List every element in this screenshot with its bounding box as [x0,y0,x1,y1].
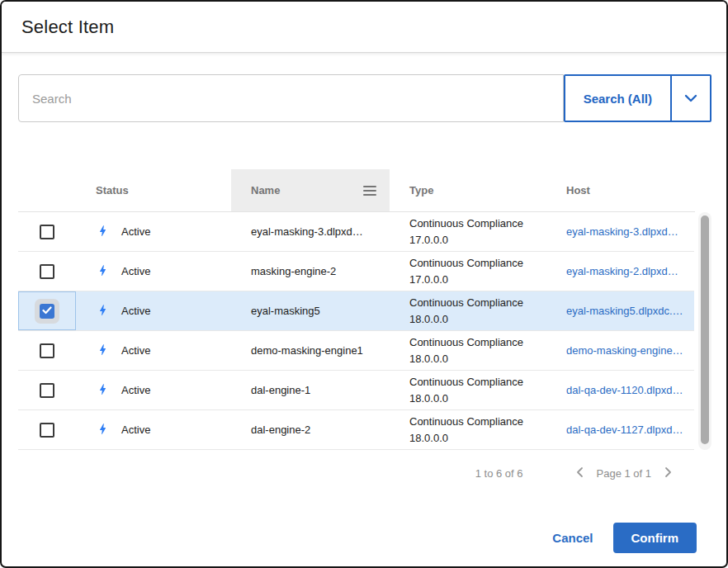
row-type-cell: Continuous Compliance 18.0.0.0 [390,334,546,367]
status-label: Active [121,344,150,357]
checkbox-unchecked[interactable] [40,343,54,358]
table-body-wrap: Active eyal-masking-3.dlpxd… Continuous … [18,212,711,450]
table-header-row: Status Name Type Host [18,169,695,212]
page-indicator-label: Page 1 of 1 [597,467,652,480]
host-link[interactable]: dal-qa-dev-1127.dlpxd… [566,424,683,436]
type-label: Continuous Compliance [409,295,546,311]
row-checkbox-cell [18,371,76,409]
row-name-cell: eyal-masking-3.dlpxd… [231,225,390,238]
version-label: 18.0.0.0 [409,351,546,367]
bolt-icon [96,263,110,280]
status-label: Active [121,305,150,317]
host-link[interactable]: eyal-masking-2.dlpxd… [566,265,678,277]
chevron-left-icon [576,466,584,480]
version-label: 17.0.0.0 [409,232,546,248]
type-label: Continuous Compliance [409,374,546,390]
version-label: 18.0.0.0 [409,311,546,328]
table-row[interactable]: Active eyal-masking-3.dlpxd… Continuous … [18,212,694,252]
column-header-type: Type [390,169,546,211]
host-link[interactable]: dal-qa-dev-1120.dlpxd… [566,384,683,396]
row-status-cell: Active [76,382,231,399]
dialog-header: Select Item [2,2,726,53]
column-header-host: Host [546,169,695,211]
row-checkbox-cell [18,331,76,370]
select-item-dialog: Select Item Search (All) Status Name [0,0,728,568]
bolt-icon [96,303,110,320]
row-checkbox-cell [18,212,76,251]
table-row[interactable]: Active masking-engine-2 Continuous Compl… [18,252,694,291]
dialog-body: Search (All) Status Name Type Host [2,53,726,566]
row-status-cell: Active [76,263,231,280]
checkbox-unchecked[interactable] [40,423,54,438]
bolt-icon [96,224,110,240]
previous-page-button[interactable] [573,463,587,484]
row-status-cell: Active [76,422,231,438]
row-host-cell: eyal-masking-3.dlpxd… [546,225,694,238]
dialog-footer: Cancel Confirm [18,523,711,566]
status-label: Active [121,225,150,238]
confirm-button[interactable]: Confirm [613,523,697,553]
type-label: Continuous Compliance [409,334,546,351]
column-header-name[interactable]: Name [231,169,390,211]
column-header-name-label: Name [251,184,280,196]
chevron-right-icon [664,466,672,480]
table-row[interactable]: Active eyal-masking5 Continuous Complian… [18,291,694,331]
search-input[interactable] [18,74,564,122]
row-host-cell: demo-masking-engine… [546,344,694,357]
column-menu-icon[interactable] [363,186,376,196]
checkbox-box [40,304,54,319]
chevron-down-icon [684,92,697,105]
table-row[interactable]: Active dal-engine-1 Continuous Complianc… [18,371,694,410]
host-link[interactable]: eyal-masking-3.dlpxd… [566,225,678,238]
row-status-cell: Active [76,224,231,240]
status-label: Active [121,265,150,277]
version-label: 17.0.0.0 [409,272,546,288]
column-header-checkbox [18,169,76,211]
row-host-cell: eyal-masking5.dlpxdc.… [546,305,694,317]
row-checkbox-cell [18,291,76,330]
row-range-label: 1 to 6 of 6 [475,467,523,480]
table-row[interactable]: Active dal-engine-2 Continuous Complianc… [18,410,694,450]
bolt-icon [96,343,110,359]
bolt-icon [96,382,110,399]
host-link[interactable]: demo-masking-engine… [566,344,683,357]
checkbox-unchecked[interactable] [40,225,54,239]
checkbox-unchecked[interactable] [40,264,54,279]
search-bar: Search (All) [18,74,711,122]
table-row[interactable]: Active demo-masking-engine1 Continuous C… [18,331,694,371]
row-host-cell: dal-qa-dev-1120.dlpxd… [546,384,694,396]
row-checkbox-cell [18,410,76,449]
checkmark-icon [42,305,52,317]
status-label: Active [121,424,150,436]
column-header-status: Status [76,169,231,211]
type-label: Continuous Compliance [409,255,546,272]
checkbox-unchecked[interactable] [40,383,54,398]
bolt-icon [96,422,110,438]
row-status-cell: Active [76,303,231,320]
vertical-scrollbar[interactable] [698,212,711,450]
search-all-button[interactable]: Search (All) [565,76,670,121]
scrollbar-thumb[interactable] [701,215,709,444]
row-type-cell: Continuous Compliance 18.0.0.0 [390,414,546,446]
row-type-cell: Continuous Compliance 17.0.0.0 [390,255,546,287]
row-type-cell: Continuous Compliance 18.0.0.0 [390,295,546,327]
row-host-cell: dal-qa-dev-1127.dlpxd… [546,424,694,436]
next-page-button[interactable] [661,463,675,484]
type-label: Continuous Compliance [409,215,546,232]
cancel-button[interactable]: Cancel [552,531,593,545]
host-link[interactable]: eyal-masking5.dlpxdc.… [566,305,683,317]
row-type-cell: Continuous Compliance 17.0.0.0 [390,215,546,248]
row-checkbox-cell [18,252,76,291]
type-label: Continuous Compliance [409,414,546,430]
version-label: 18.0.0.0 [409,390,546,407]
search-options-dropdown-button[interactable] [670,76,710,121]
row-type-cell: Continuous Compliance 18.0.0.0 [390,374,546,406]
row-name-cell: demo-masking-engine1 [231,344,390,357]
items-table: Status Name Type Host [18,169,711,450]
table-body: Active eyal-masking-3.dlpxd… Continuous … [18,212,694,450]
search-button-group: Search (All) [564,74,711,122]
row-host-cell: eyal-masking-2.dlpxd… [546,265,694,277]
checkbox-checked[interactable] [35,299,59,324]
pagination-bar: 1 to 6 of 6 Page 1 of 1 [18,458,711,488]
status-label: Active [121,384,150,396]
